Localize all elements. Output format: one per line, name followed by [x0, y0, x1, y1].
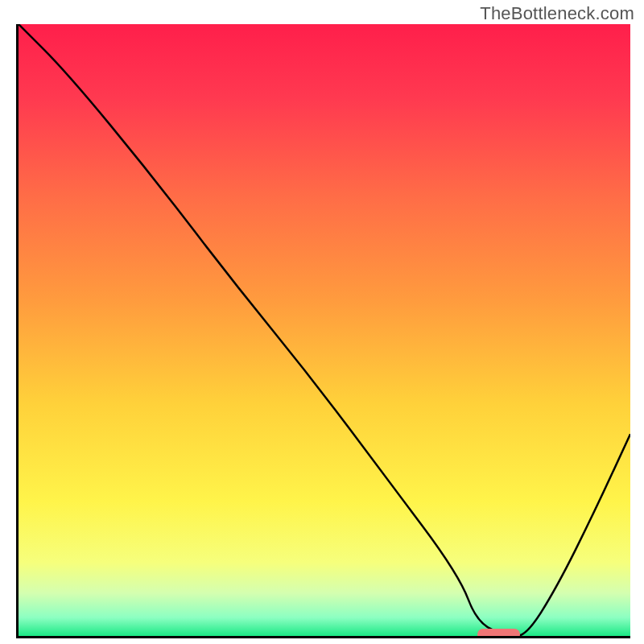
watermark-label: TheBottleneck.com: [480, 3, 634, 24]
optimal-range-marker: [477, 629, 520, 638]
gradient-background: [19, 24, 630, 636]
plot-area: [16, 24, 630, 638]
svg-rect-0: [19, 24, 630, 636]
chart-root: TheBottleneck.com: [0, 0, 644, 644]
